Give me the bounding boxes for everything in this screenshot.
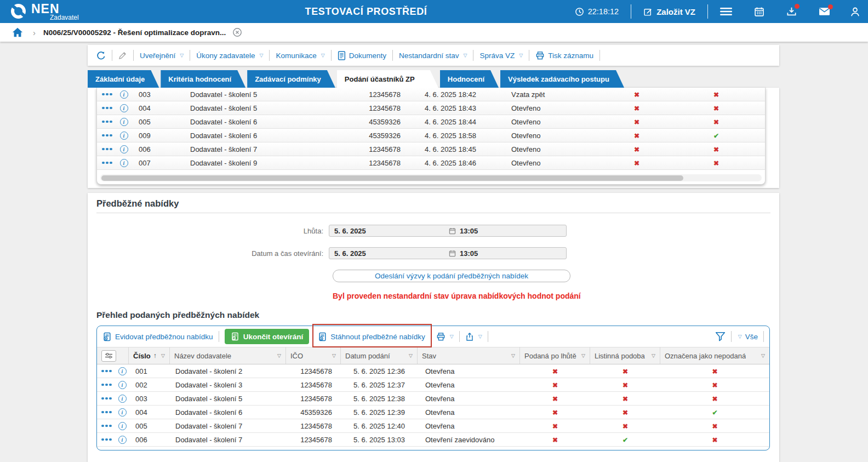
tab-zad-vac-podm-nky[interactable]: Zadávací podmínky [247,70,335,88]
toolbar-dokumenty[interactable]: Dokumenty [338,51,386,60]
filter-all-button[interactable]: ▽ Vše [737,333,758,341]
opening-time-value[interactable]: 13:05 [456,249,478,258]
tab-hodnocen-[interactable]: Hodnocení [440,70,499,88]
table-row[interactable]: i006Dodavatel - školení 7123456784. 6. 2… [97,142,765,156]
filter-button[interactable] [715,332,726,341]
table-row[interactable]: i004Dodavatel - školení 6453593265. 6. 2… [97,406,769,419]
table-row[interactable]: i004Dodavatel - školení 5123456784. 6. 2… [97,101,765,115]
toolbar-komunikace[interactable]: Komunikace▽ [276,52,324,60]
deadline-date-value[interactable]: 5. 6. 2025 [329,227,449,235]
toolbar-nestandardn-stav[interactable]: Nestandardní stav▽ [399,52,467,60]
toolbar-label: Komunikace [276,52,316,60]
row-tools: i [97,436,129,444]
column-filter-icon[interactable]: ▽ [409,353,413,358]
table-settings-button[interactable] [101,350,116,362]
downloads-button[interactable] [786,7,797,17]
column-filter-icon[interactable]: ▽ [332,353,336,358]
column-header-datum-podání[interactable]: Datum podání▽ [341,347,418,364]
row-info-icon[interactable]: i [118,422,127,430]
table-row[interactable]: i005Dodavatel - školení 6453593264. 6. 2… [97,115,765,129]
row-info-icon[interactable]: i [120,118,128,126]
row-actions-menu[interactable] [102,134,112,137]
row-actions-menu[interactable] [102,162,112,164]
row-info-icon[interactable]: i [120,90,128,99]
close-record-button[interactable] [232,27,242,37]
breadcrumb-record-tab[interactable]: N006/25/V00005292 - Řešení optimalizace … [43,28,226,37]
print-button[interactable]: ▽ [436,332,454,341]
row-actions-menu[interactable] [101,438,112,441]
column-filter-icon[interactable]: ▽ [581,353,585,358]
row-info-icon[interactable]: i [118,408,127,417]
send-call-button[interactable]: Odeslání výzvy k podání předběžných nabí… [333,270,570,282]
opening-date-value[interactable]: 5. 6. 2025 [329,249,449,258]
row-info-icon[interactable]: i [118,367,127,375]
table-row[interactable]: i002Dodavatel - školení 3123456785. 6. 2… [97,378,769,392]
horizontal-scrollbar[interactable] [100,174,762,181]
toolbar-pencil-icon[interactable] [118,51,127,60]
calendar-button[interactable] [754,7,764,17]
row-actions-menu[interactable] [101,384,112,386]
tab-z-kladn-daje[interactable]: Základní údaje [88,70,159,88]
home-button[interactable] [12,27,23,37]
create-vz-button[interactable]: Založit VZ [643,7,695,16]
finish-opening-button[interactable]: Ukončit otevírání [225,329,310,344]
column-filter-icon[interactable]: ▽ [277,353,281,358]
row-info-icon[interactable]: i [120,145,128,153]
table-row[interactable]: i003Dodavatel - školení 5123456785. 6. 2… [97,392,769,406]
row-actions-menu[interactable] [102,107,112,110]
table-row[interactable]: i006Dodavatel - školení 7123456785. 6. 2… [97,433,769,447]
table-row[interactable]: i005Dodavatel - školení 7123456785. 6. 2… [97,419,769,433]
column-header-stav[interactable]: Stav▽ [418,347,520,364]
deadline-input[interactable]: 5. 6. 2025 13:05 [329,225,567,237]
export-button[interactable]: ▽ [465,332,482,341]
row-actions-menu[interactable] [101,397,112,400]
toolbar-refresh-icon[interactable] [96,51,106,60]
toolbar--kony-zadavatele[interactable]: Úkony zadavatele▽ [196,52,263,60]
download-offers-button[interactable]: Stáhnout předběžné nabídky [318,332,425,341]
scrollbar-thumb[interactable] [101,175,683,181]
user-button[interactable] [850,7,860,17]
column-filter-icon[interactable]: ▽ [761,353,765,358]
row-info-icon[interactable]: i [120,132,128,140]
row-actions-menu[interactable] [101,425,112,427]
row-info-icon[interactable]: i [120,159,128,167]
opening-input[interactable]: 5. 6. 2025 13:05 [329,247,567,259]
row-info-icon[interactable]: i [120,104,128,112]
column-header-číslo[interactable]: Číslo↑▽ [129,347,170,364]
table-row[interactable]: i003Dodavatel - školení 5123456784. 6. 2… [97,88,765,101]
column-filter-icon[interactable]: ▽ [161,353,165,358]
menu-button[interactable] [720,7,732,16]
column-header-listinná-podoba[interactable]: Listinná podoba▽ [590,347,660,364]
table-row[interactable]: i001Dodavatel - školení 2123456785. 6. 2… [97,364,769,378]
tab-pod-n-astn-k-zp[interactable]: Podání účastníků ZP [337,70,438,88]
calendar-icon[interactable] [449,250,456,257]
table-row[interactable]: i009Dodavatel - školení 6453593264. 6. 2… [97,129,765,142]
deadline-time-value[interactable]: 13:05 [456,227,478,235]
tab-v-sledek-zad-vac-ho-postupu[interactable]: Výsledek zadávacího postupu [500,70,624,88]
calendar-icon[interactable] [449,227,456,235]
column-header-název-dodavatele[interactable]: Název dodavatele▽ [170,347,286,364]
column-header-podaná-po-lhůtě[interactable]: Podaná po lhůtě▽ [520,347,590,364]
register-offer-button[interactable]: Evidovat předběžnou nabídku [102,332,213,341]
row-info-icon[interactable]: i [118,381,127,389]
row-actions-menu[interactable] [101,370,112,373]
column-header-označena-jako-nepodaná[interactable]: Označena jako nepodaná▽ [660,347,769,364]
row-actions-menu[interactable] [102,93,112,96]
column-filter-icon[interactable]: ▽ [652,353,655,358]
toolbar-tisk-z-znamu[interactable]: Tisk záznamu [535,51,593,60]
toolbar-uve-ejn-n-[interactable]: Uveřejnění▽ [140,52,184,60]
tab-krit-ria-hodnocen-[interactable]: Kritéria hodnocení [161,70,245,88]
row-info-icon[interactable]: i [118,436,127,444]
row-actions-menu[interactable] [101,411,112,414]
table-row[interactable]: i007Dodavatel - školení 9123456784. 6. 2… [97,156,765,170]
environment-title: TESTOVACÍ PROSTŘEDÍ [305,6,427,18]
column-filter-icon[interactable]: ▽ [511,353,515,358]
chevron-right-icon: › [33,28,36,37]
column-header-ičo[interactable]: IČO▽ [286,347,341,364]
messages-button[interactable] [819,7,830,16]
row-info-icon[interactable]: i [118,395,127,403]
row-actions-menu[interactable] [102,148,112,151]
nen-brand[interactable]: NEN Zadavatel [11,3,79,21]
toolbar-spr-va-vz[interactable]: Správa VZ▽ [479,52,523,60]
row-actions-menu[interactable] [102,121,112,123]
